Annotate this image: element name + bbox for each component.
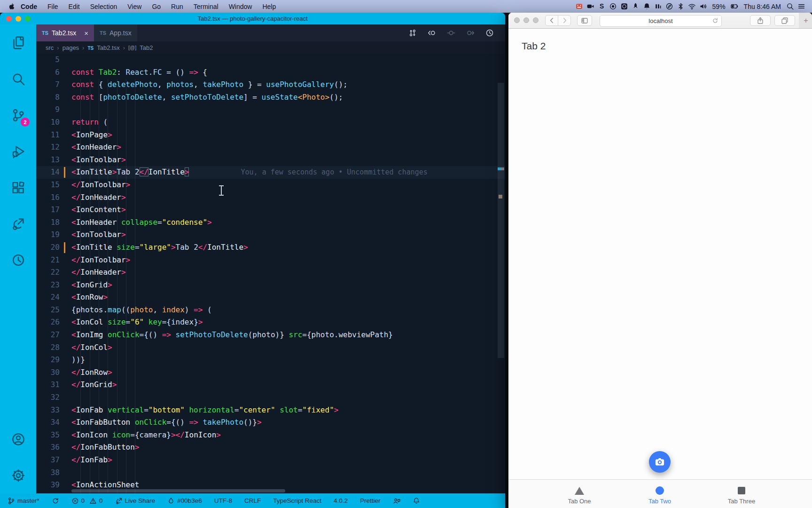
code-line-10[interactable]: 10 return ( xyxy=(36,116,505,129)
code-line-12[interactable]: 12 <IonHeader> xyxy=(36,141,505,154)
close-tab-icon[interactable]: × xyxy=(84,29,88,37)
code-line-15[interactable]: 15 </IonToolbar> xyxy=(36,179,505,191)
editor-tab-app-tsx[interactable]: TSApp.tsx xyxy=(94,24,137,41)
activity-settings[interactable] xyxy=(0,457,36,493)
fwdc-icon[interactable] xyxy=(466,29,475,37)
wifi-icon[interactable] xyxy=(688,2,696,10)
status-item-language[interactable]: TypeScript React xyxy=(273,497,321,504)
horizontal-scrollbar[interactable] xyxy=(71,489,285,492)
bell-icon[interactable] xyxy=(643,2,651,10)
editor-tab-tab2-tsx[interactable]: TSTab2.tsx× xyxy=(36,24,94,41)
code-line-29[interactable]: 29 ))} xyxy=(36,354,505,366)
activity-extensions[interactable] xyxy=(0,169,36,206)
code-line-11[interactable]: 11 <IonPage> xyxy=(36,129,505,142)
code-line-7[interactable]: 7 const { deletePhoto, photos, takePhoto… xyxy=(36,79,505,91)
pause-icon[interactable] xyxy=(654,2,662,10)
ionic-tab-tab-one[interactable]: Tab One xyxy=(558,480,601,505)
timeline-icon[interactable] xyxy=(485,29,494,37)
film-icon[interactable] xyxy=(575,2,583,10)
take-photo-fab[interactable] xyxy=(649,451,671,473)
videocam-icon[interactable] xyxy=(586,2,594,10)
activity-live-share[interactable] xyxy=(0,206,36,242)
safari-close-button[interactable] xyxy=(514,17,520,23)
show-tabs-button[interactable] xyxy=(774,15,795,26)
forward-button[interactable] xyxy=(558,15,571,26)
activity-explorer[interactable] xyxy=(0,24,36,61)
back-button[interactable] xyxy=(545,15,558,26)
code-line-22[interactable]: 22 </IonHeader> xyxy=(36,266,505,279)
battery-icon[interactable] xyxy=(731,2,739,10)
breadcrumb-item-tab2[interactable]: Tab2 xyxy=(140,44,153,51)
code-line-5[interactable]: 5 xyxy=(36,54,505,66)
code-line-24[interactable]: 24 <IonRow> xyxy=(36,291,505,304)
menu-item-run[interactable]: Run xyxy=(166,3,188,10)
menubar-clock[interactable]: Thu 8:46 AM xyxy=(742,3,783,10)
activity-run-debug[interactable] xyxy=(0,133,36,169)
status-item-notifications[interactable] xyxy=(413,497,420,505)
code-line-17[interactable]: 17 <IonContent> xyxy=(36,204,505,216)
code-line-38[interactable]: 38 xyxy=(36,467,505,479)
apple-icon[interactable] xyxy=(8,2,16,10)
code-line-16[interactable]: 16 </IonHeader> xyxy=(36,191,505,204)
new-tab-button[interactable]: + xyxy=(799,13,812,28)
menu-item-edit[interactable]: Edit xyxy=(63,3,85,10)
code-editor[interactable]: 56const Tab2: React.FC = () => {7 const … xyxy=(36,54,505,493)
ionic-tab-tab-three[interactable]: Tab Three xyxy=(720,480,763,505)
code-line-6[interactable]: 6const Tab2: React.FC = () => { xyxy=(36,66,505,79)
compare-icon[interactable] xyxy=(408,29,417,37)
code-line-28[interactable]: 28 </IonCol> xyxy=(36,341,505,354)
menu-item-go[interactable]: Go xyxy=(147,3,166,10)
code-line-27[interactable]: 27 <IonImg onClick={() => setPhotoToDele… xyxy=(36,329,505,341)
menu-item-view[interactable]: View xyxy=(122,3,147,10)
safari-minimize-button[interactable] xyxy=(523,17,529,23)
status-item-branch[interactable]: master* xyxy=(8,497,39,505)
compass-icon[interactable] xyxy=(665,2,673,10)
centerc-icon[interactable] xyxy=(447,29,455,37)
status-item-live-share[interactable]: Live Share xyxy=(115,497,156,505)
code-line-21[interactable]: 21 </IonToolbar> xyxy=(36,254,505,267)
sidebar-toggle-button[interactable] xyxy=(577,15,592,26)
code-line-25[interactable]: 25 {photos.map((photo, index) => ( xyxy=(36,304,505,317)
s-icon[interactable]: S xyxy=(598,2,606,10)
record-icon[interactable] xyxy=(609,2,617,10)
code-line-31[interactable]: 31 </IonGrid> xyxy=(36,379,505,391)
status-item-encoding[interactable]: UTF-8 xyxy=(214,497,232,504)
menu-item-selection[interactable]: Selection xyxy=(85,3,123,10)
status-item-errors[interactable]: 0 xyxy=(71,497,85,505)
activity-timeline[interactable] xyxy=(0,242,36,278)
status-item-warnings[interactable]: 0 xyxy=(89,497,103,505)
activity-accounts[interactable] xyxy=(0,421,36,457)
menu-item-code[interactable]: Code xyxy=(16,3,42,10)
safari-zoom-button[interactable] xyxy=(533,17,539,23)
code-line-34[interactable]: 34 <IonFabButton onClick={() => takePhot… xyxy=(36,416,505,429)
breadcrumb[interactable]: src›pages›TSTab2.tsx›[@]Tab2 xyxy=(36,41,505,54)
menu-item-help[interactable]: Help xyxy=(257,3,281,10)
bluetooth-icon[interactable] xyxy=(677,2,685,10)
backc-icon[interactable] xyxy=(428,29,436,37)
reload-icon[interactable] xyxy=(712,17,718,24)
vertical-scrollbar[interactable] xyxy=(498,83,504,358)
menu-item-terminal[interactable]: Terminal xyxy=(188,3,224,10)
code-line-13[interactable]: 13 <IonToolbar> xyxy=(36,154,505,167)
status-item-ts-version[interactable]: 4.0.2 xyxy=(334,497,348,504)
share-button[interactable] xyxy=(750,15,771,26)
status-item-formatter[interactable]: Prettier xyxy=(360,497,381,504)
activity-search[interactable] xyxy=(0,61,36,97)
breadcrumb-item-tab2-tsx[interactable]: Tab2.tsx xyxy=(97,44,119,51)
code-line-30[interactable]: 30 </IonRow> xyxy=(36,366,505,379)
screenrec-icon[interactable] xyxy=(620,2,628,10)
code-line-35[interactable]: 35 <IonIcon icon={camera}></IonIcon> xyxy=(36,429,505,442)
status-item-eol[interactable]: CRLF xyxy=(244,497,261,504)
rocket-icon[interactable] xyxy=(632,2,640,10)
code-line-20[interactable]: 20 <IonTitle size="large">Tab 2</IonTitl… xyxy=(36,241,505,254)
address-bar[interactable]: localhost xyxy=(600,15,722,27)
list-icon[interactable] xyxy=(797,2,805,10)
status-item-sync[interactable] xyxy=(52,497,59,505)
status-item-color-theme[interactable]: #00b3e6 xyxy=(167,497,202,505)
status-item-feedback[interactable] xyxy=(393,497,400,505)
code-line-23[interactable]: 23 <IonGrid> xyxy=(36,279,505,292)
code-line-32[interactable]: 32 xyxy=(36,391,505,404)
code-line-19[interactable]: 19 <IonToolbar> xyxy=(36,229,505,241)
menu-item-window[interactable]: Window xyxy=(224,3,258,10)
code-line-37[interactable]: 37 </IonFab> xyxy=(36,454,505,467)
